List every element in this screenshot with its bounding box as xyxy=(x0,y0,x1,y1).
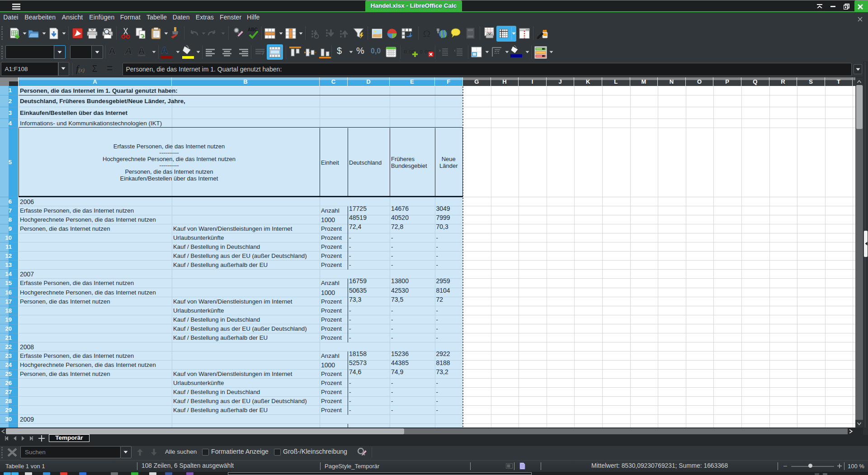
svg-text:ABC: ABC xyxy=(248,27,258,32)
